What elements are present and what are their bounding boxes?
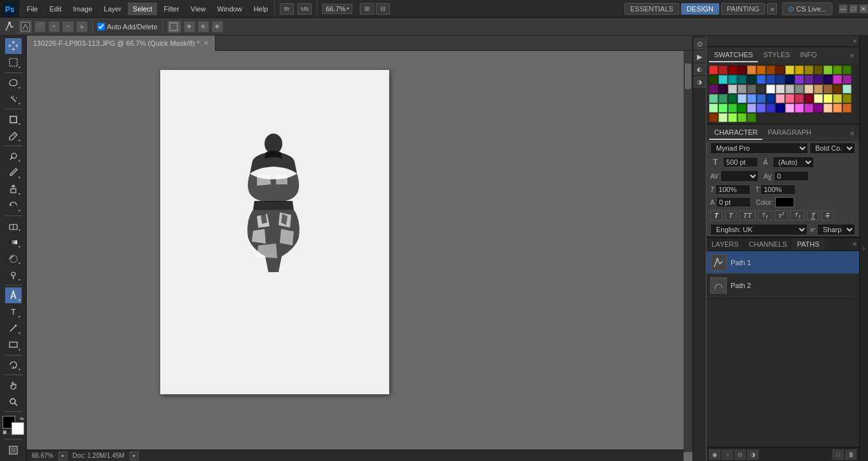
swatch-998800[interactable] [804,65,813,74]
tracking-input[interactable] [774,171,809,181]
swatch-e5ccaa[interactable] [804,85,813,93]
cs-live-btn[interactable]: ⊙ CS Live... [782,3,832,15]
layers-panel-menu[interactable]: ≡ [850,238,859,251]
swatch-996633[interactable] [823,85,832,93]
vertical-scrollbar[interactable] [684,51,692,452]
swatch-559900[interactable] [833,65,842,74]
canvas-tab[interactable]: 130226-F-LP903-113.JPG @ 66.7% (Quick Ma… [27,36,216,51]
minimize-btn[interactable]: — [839,4,848,13]
close-btn[interactable]: ✕ [859,4,868,13]
allcaps-btn[interactable]: TT [739,210,755,221]
swatch-aaaaff[interactable] [747,104,756,113]
essentials-btn[interactable]: ESSENTIALS [624,3,679,15]
dodge-btn[interactable]: ▾ [5,267,22,283]
design-btn[interactable]: DESIGN [681,3,719,15]
path-item-2[interactable]: Path 2 [706,274,859,297]
swatch-ffaaff[interactable] [785,104,794,113]
antialias-select[interactable]: Sharp [817,224,855,235]
3d-rotate-btn[interactable]: ▾ [5,357,22,373]
menu-edit[interactable]: Edit [45,3,67,15]
swatch-880022[interactable] [804,94,813,103]
tab-character[interactable]: CHARACTER [709,126,762,140]
menu-help[interactable]: Help [249,3,273,15]
tab-layers[interactable]: LAYERS [706,238,744,251]
swatch-33cc33[interactable] [728,104,737,113]
swatch-6666ff[interactable] [757,104,766,113]
maximize-btn[interactable]: □ [849,4,858,13]
swatch-330033[interactable] [719,85,727,93]
type-tool-btn[interactable]: T ▾ [5,304,22,320]
swatch-113388[interactable] [776,75,785,84]
leading-select[interactable]: (Auto) [773,156,814,168]
h-scale-input[interactable] [715,184,750,195]
hand-tool-btn[interactable] [5,377,22,393]
swatch-888888[interactable] [795,85,804,93]
swatch-ccaa00[interactable] [795,65,804,74]
swatch-bbbbbb[interactable] [785,85,794,93]
language-select[interactable]: English: UK [710,224,808,235]
swatch-e5cc33[interactable] [785,65,794,74]
healing-brush-btn[interactable]: ▾ [5,148,22,164]
swatch-003333[interactable] [747,75,756,84]
swatch-cc3355[interactable] [795,94,804,103]
swatch-dddddd[interactable] [776,85,785,93]
swatch-888800[interactable] [843,94,851,103]
swatches-menu-btn[interactable]: ≡ [848,52,857,59]
path-mask-btn[interactable]: ◑ [747,450,759,460]
font-size-input[interactable] [723,157,758,167]
eraser-btn[interactable]: ▾ [5,218,22,234]
char-panel-menu-btn[interactable]: ≡ [848,130,857,137]
swatch-660000[interactable] [738,65,747,74]
swatch-ff9955[interactable] [833,104,842,113]
smallcaps-btn[interactable]: TT [758,210,772,221]
path-intersect-icon[interactable]: ⊗ [212,21,223,32]
delete-path-btn[interactable]: 🗑 [845,450,857,460]
tab-styles[interactable]: STYLES [758,48,795,62]
lasso-tool-btn[interactable]: ▾ [5,75,22,91]
swatch-224400[interactable] [709,75,718,84]
default-colors-icon[interactable]: ◼ [3,429,7,435]
tab-channels[interactable]: CHANNELS [744,238,792,251]
swatch-3366e5[interactable] [757,75,766,84]
pen-convert[interactable]: ⊾ [76,21,88,32]
history-brush-btn[interactable]: ▾ [5,198,22,214]
swatch-e5823a[interactable] [747,65,756,74]
swatch-009999[interactable] [728,75,737,84]
swatch-ffffaa[interactable] [814,94,823,103]
swatch-ffff66[interactable] [823,94,832,103]
swatch-333333[interactable] [757,85,766,93]
bold-btn[interactable]: T [710,210,722,221]
superscript-btn[interactable]: TT [775,210,789,221]
swatch-662200[interactable] [776,65,785,74]
text-color-swatch[interactable] [775,197,794,207]
status-nav-btn[interactable]: ▸ [130,451,139,460]
swatch-441177[interactable] [814,75,823,84]
strikethrough-btn[interactable]: T [822,210,834,221]
bridge-icon[interactable]: Br [280,3,294,15]
path-combine-icon[interactable]: ⊕ [184,21,195,32]
swatch-666666[interactable] [747,85,756,93]
right-collapse-bar[interactable]: › [859,36,868,461]
swatch-cc6622[interactable] [843,104,851,113]
tab-paths[interactable]: PATHS [792,238,825,251]
swatch-ff6688[interactable] [785,94,794,103]
swatch-cc6600[interactable] [757,65,766,74]
swatch-662299[interactable] [804,75,813,84]
baseline-input[interactable] [716,197,751,207]
menu-filter[interactable]: Filter [158,3,184,15]
swatch-aaccff[interactable] [738,94,747,103]
menu-view[interactable]: View [186,3,211,15]
blur-btn[interactable]: ▾ [5,251,22,266]
swatch-b22222[interactable] [719,65,727,74]
pen-tool-options-icon[interactable] [3,20,17,34]
path-item-1[interactable]: Path 1 [706,251,859,274]
new-path-btn[interactable]: □ [832,450,844,460]
menu-select[interactable]: Select [128,3,158,15]
swatch-008800[interactable] [738,104,747,113]
swatch-006633[interactable] [728,94,737,103]
swatch-ff66ff[interactable] [795,104,804,113]
menu-layer[interactable]: Layer [99,3,127,15]
pen-delete-anchor[interactable]: − [62,21,74,32]
swatch-994400[interactable] [766,65,775,74]
view-mode-icon[interactable]: ⊞ [360,3,374,15]
